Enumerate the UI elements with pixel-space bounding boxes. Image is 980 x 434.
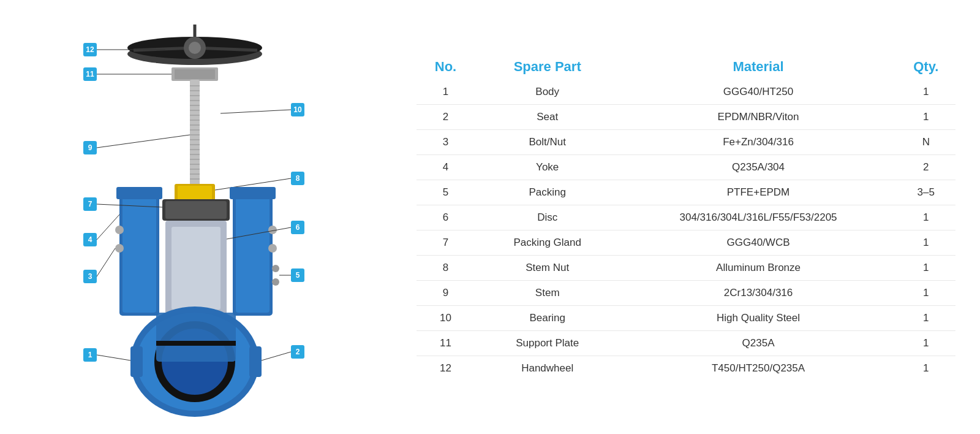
cell-qty-6: 1 (897, 205, 956, 230)
cell-spare_part-9: Stem (475, 280, 620, 305)
cell-no-6: 6 (417, 205, 475, 230)
cell-spare_part-2: Seat (475, 104, 620, 129)
cell-material-3: Fe+Zn/304/316 (620, 129, 896, 154)
cell-material-12: T450/HT250/Q235A (620, 356, 896, 381)
cell-no-5: 5 (417, 180, 475, 205)
cell-material-6: 304/316/304L/316L/F55/F53/2205 (620, 205, 896, 230)
svg-line-77 (97, 215, 119, 240)
table-row: 1BodyGGG40/HT2501 (417, 80, 956, 105)
cell-no-3: 3 (417, 129, 475, 154)
cell-material-7: GGG40/WCB (620, 230, 896, 255)
svg-text:1: 1 (88, 351, 92, 359)
svg-line-17 (221, 110, 291, 113)
diagram-section: 12 11 10 (24, 12, 380, 422)
table-row: 3Bolt/NutFe+Zn/304/316N (417, 129, 956, 154)
cell-qty-10: 1 (897, 305, 956, 330)
svg-text:8: 8 (296, 174, 300, 183)
spare-parts-table: No. Spare Part Material Qty. 1BodyGGG40/… (417, 54, 956, 381)
svg-rect-90 (156, 313, 236, 362)
cell-no-9: 9 (417, 280, 475, 305)
table-row: 5PackingPTFE+EPDM3–5 (417, 180, 956, 205)
cell-qty-7: 1 (897, 230, 956, 255)
cell-spare_part-4: Yoke (475, 154, 620, 180)
svg-text:4: 4 (88, 235, 92, 244)
table-row: 7Packing GlandGGG40/WCB1 (417, 230, 956, 255)
svg-rect-11 (175, 69, 215, 79)
col-header-no: No. (417, 54, 475, 80)
cell-spare_part-3: Bolt/Nut (475, 129, 620, 154)
cell-spare_part-8: Stem Nut (475, 255, 620, 280)
svg-rect-83 (249, 346, 262, 377)
cell-material-11: Q235A (620, 330, 896, 356)
svg-point-6 (189, 42, 201, 54)
svg-rect-51 (236, 196, 270, 313)
col-header-qty: Qty. (897, 54, 956, 80)
cell-no-12: 12 (417, 356, 475, 381)
table-row: 9Stem2Cr13/304/3161 (417, 280, 956, 305)
cell-no-4: 4 (417, 154, 475, 180)
svg-text:6: 6 (296, 223, 300, 232)
svg-point-65 (272, 265, 279, 272)
col-header-spare-part: Spare Part (475, 54, 620, 80)
cell-spare_part-11: Support Plate (475, 330, 620, 356)
cell-no-8: 8 (417, 255, 475, 280)
main-container: 12 11 10 (0, 0, 980, 434)
cell-spare_part-12: Handwheel (475, 356, 620, 381)
svg-rect-71 (172, 227, 221, 310)
table-section: No. Spare Part Material Qty. 1BodyGGG40/… (380, 54, 956, 381)
svg-text:10: 10 (293, 105, 302, 114)
svg-line-89 (262, 352, 291, 360)
svg-point-61 (268, 244, 277, 253)
cell-qty-12: 1 (897, 356, 956, 381)
col-header-material: Material (620, 54, 896, 80)
cell-no-11: 11 (417, 330, 475, 356)
cell-material-9: 2Cr13/304/316 (620, 280, 896, 305)
table-row: 12HandwheelT450/HT250/Q235A1 (417, 356, 956, 381)
svg-rect-48 (123, 196, 156, 313)
cell-qty-9: 1 (897, 280, 956, 305)
svg-rect-82 (130, 346, 143, 377)
cell-material-10: High Quality Steel (620, 305, 896, 330)
svg-text:2: 2 (296, 348, 300, 356)
svg-text:11: 11 (86, 70, 94, 78)
svg-text:9: 9 (88, 143, 92, 152)
cell-spare_part-5: Packing (475, 180, 620, 205)
table-row: 4YokeQ235A/3042 (417, 154, 956, 180)
table-row: 2SeatEPDM/NBR/Viton1 (417, 104, 956, 129)
svg-rect-54 (165, 201, 227, 219)
cell-qty-4: 2 (897, 154, 956, 180)
cell-no-7: 7 (417, 230, 475, 255)
cell-qty-3: N (897, 129, 956, 154)
table-row: 6Disc304/316/304L/316L/F55/F53/22051 (417, 205, 956, 230)
svg-rect-43 (178, 186, 212, 200)
cell-material-8: Alluminum Bronze (620, 255, 896, 280)
svg-rect-52 (230, 187, 276, 199)
cell-no-2: 2 (417, 104, 475, 129)
cell-material-1: GGG40/HT250 (620, 80, 896, 105)
cell-qty-11: 1 (897, 330, 956, 356)
valve-diagram: 12 11 10 (24, 12, 380, 422)
cell-spare_part-1: Body (475, 80, 620, 105)
cell-no-1: 1 (417, 80, 475, 105)
svg-rect-49 (116, 187, 162, 199)
svg-text:12: 12 (86, 45, 94, 54)
svg-line-64 (97, 248, 115, 276)
cell-spare_part-6: Disc (475, 205, 620, 230)
table-row: 8Stem NutAlluminum Bronze1 (417, 255, 956, 280)
table-header-row: No. Spare Part Material Qty. (417, 54, 956, 80)
svg-point-66 (272, 278, 279, 286)
cell-qty-5: 3–5 (897, 180, 956, 205)
svg-text:5: 5 (296, 271, 300, 280)
cell-qty-2: 1 (897, 104, 956, 129)
table-row: 11Support PlateQ235A1 (417, 330, 956, 356)
svg-line-41 (97, 135, 190, 148)
svg-point-58 (115, 226, 124, 234)
svg-point-60 (268, 226, 277, 234)
svg-line-86 (97, 355, 130, 360)
cell-qty-1: 1 (897, 80, 956, 105)
cell-spare_part-10: Bearing (475, 305, 620, 330)
cell-material-2: EPDM/NBR/Viton (620, 104, 896, 129)
svg-text:3: 3 (88, 272, 92, 281)
svg-point-59 (115, 244, 124, 253)
cell-qty-8: 1 (897, 255, 956, 280)
